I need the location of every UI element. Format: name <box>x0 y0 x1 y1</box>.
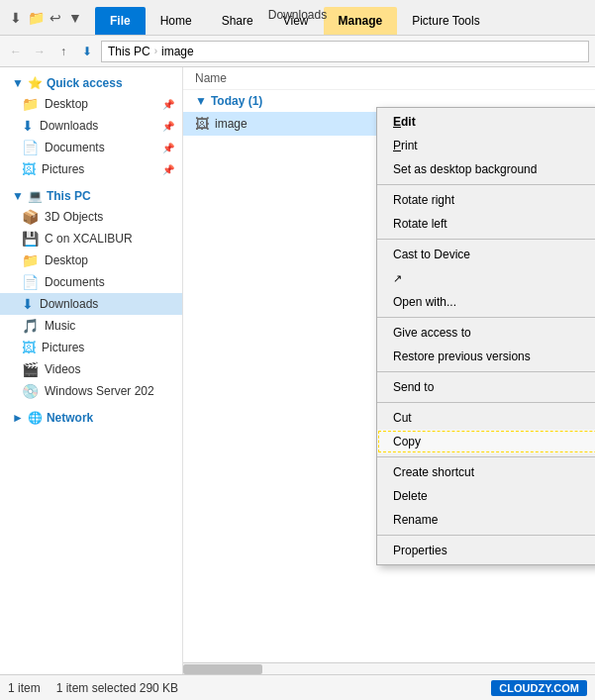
sidebar-item-label: Downloads <box>40 119 98 133</box>
computer-icon: 💻 <box>28 189 43 203</box>
quick-access-icon[interactable]: ⬇ <box>8 10 24 26</box>
ctx-give-access-label: Give access to <box>393 326 471 340</box>
ctx-set-desktop-label: Set as desktop background <box>393 162 537 176</box>
sidebar-item-label: Pictures <box>42 162 84 176</box>
ctx-print-label: Print <box>393 139 418 152</box>
up-button[interactable]: ↑ <box>53 42 73 61</box>
sidebar-item-label: Windows Server 202 <box>45 384 154 398</box>
path-downloads[interactable]: image <box>161 45 194 58</box>
3dobjects-icon: 📦 <box>22 209 39 225</box>
ctx-separator-3 <box>377 317 595 318</box>
ctx-restore-versions[interactable]: Restore previous versions <box>377 345 595 368</box>
ctx-open-with-label: Open with... <box>393 295 456 309</box>
sidebar-item-windows-server[interactable]: 💿 Windows Server 202 <box>0 380 182 402</box>
folder-icon: 📁 <box>22 252 39 268</box>
sidebar-item-desktop-quick[interactable]: 📁 Desktop 📌 <box>0 93 182 115</box>
title-bar-icons: ⬇ 📁 ↩ ▼ <box>8 10 83 26</box>
tab-home[interactable]: Home <box>146 7 207 35</box>
ctx-properties[interactable]: Properties <box>377 539 595 562</box>
scrollbar-thumb[interactable] <box>183 664 262 674</box>
ctx-send-to[interactable]: Send to › <box>377 375 595 399</box>
ctx-separator-1 <box>377 184 595 185</box>
tab-picture-tools[interactable]: Picture Tools <box>397 7 494 35</box>
forward-button[interactable]: → <box>30 42 50 61</box>
ctx-delete-label: Delete <box>393 489 428 503</box>
tab-share[interactable]: Share <box>207 7 268 35</box>
sidebar-section-network[interactable]: ► 🌐 Network <box>0 408 182 428</box>
context-menu: Edit Print Set as desktop background Rot… <box>376 107 595 565</box>
chevron-icon: ► <box>12 411 24 425</box>
ctx-cut[interactable]: Cut <box>377 406 595 430</box>
ctx-give-access[interactable]: Give access to › <box>377 321 595 345</box>
customize-icon[interactable]: ▼ <box>67 10 83 26</box>
chevron-icon: ▼ <box>12 76 24 90</box>
music-icon: 🎵 <box>22 318 39 334</box>
sidebar-item-label: 3D Objects <box>45 210 103 224</box>
sidebar-item-pictures-pc[interactable]: 🖼 Pictures <box>0 337 182 358</box>
sidebar-item-pictures-quick[interactable]: 🖼 Pictures 📌 <box>0 158 182 180</box>
path-arrow-1: › <box>154 46 157 56</box>
window-title: Downloads <box>268 8 327 22</box>
undo-icon[interactable]: ↩ <box>48 10 63 26</box>
ctx-rename[interactable]: Rename <box>377 508 595 532</box>
sidebar-item-downloads-quick[interactable]: ⬇ Downloads 📌 <box>0 115 182 137</box>
pin-icon: 📌 <box>162 121 174 132</box>
ctx-separator-4 <box>377 371 595 372</box>
network-label: Network <box>47 411 93 425</box>
ctx-copy[interactable]: Copy <box>377 430 595 453</box>
ctx-rotate-right-label: Rotate right <box>393 193 454 207</box>
sidebar-item-documents-pc[interactable]: 📄 Documents <box>0 271 182 293</box>
ctx-edit-label: Edit <box>393 115 416 129</box>
ctx-edit[interactable]: Edit <box>377 110 595 134</box>
sidebar-item-music[interactable]: 🎵 Music <box>0 315 182 337</box>
sidebar-item-c-drive[interactable]: 💾 C on XCALIBUR <box>0 228 182 250</box>
address-path[interactable]: This PC › image <box>101 41 589 62</box>
tab-file[interactable]: File <box>95 7 146 35</box>
sidebar-item-label: Desktop <box>45 97 88 111</box>
documents-icon: 📄 <box>22 140 39 155</box>
chevron-icon: ▼ <box>12 189 24 203</box>
status-item-count: 1 item <box>8 681 41 695</box>
ctx-separator-6 <box>377 456 595 457</box>
ctx-create-shortcut[interactable]: Create shortcut <box>377 460 595 484</box>
sidebar-section-quick-access[interactable]: ▼ ⭐ Quick access <box>0 73 182 93</box>
sidebar-section-this-pc[interactable]: ▼ 💻 This PC <box>0 186 182 206</box>
sidebar-item-desktop-pc[interactable]: 📁 Desktop <box>0 250 182 271</box>
ctx-rotate-right[interactable]: Rotate right <box>377 188 595 212</box>
ctx-share-icon: ↗ <box>393 272 402 285</box>
ctx-copy-label: Copy <box>393 435 421 449</box>
back-button[interactable]: ← <box>6 42 26 61</box>
title-bar: ⬇ 📁 ↩ ▼ File Home Share View Manage Pict… <box>0 0 595 36</box>
ctx-cast[interactable]: Cast to Device › <box>377 243 595 266</box>
ctx-print[interactable]: Print <box>377 134 595 157</box>
ctx-share[interactable]: ↗ Share <box>377 266 595 290</box>
ctx-separator-7 <box>377 535 595 536</box>
content-area: Name ▼ Today (1) 🖼 image Edit Print Set … <box>183 67 595 674</box>
disc-icon: 💿 <box>22 383 39 399</box>
sidebar-item-3dobjects[interactable]: 📦 3D Objects <box>0 206 182 228</box>
sidebar-item-label: Documents <box>45 141 105 154</box>
status-selected: 1 item selected 290 KB <box>56 681 178 695</box>
pin-icon: 📌 <box>162 143 174 153</box>
ctx-rotate-left[interactable]: Rotate left <box>377 212 595 236</box>
sidebar-item-label: Documents <box>45 275 105 289</box>
folder-icon[interactable]: 📁 <box>28 10 44 26</box>
videos-icon: 🎬 <box>22 361 39 377</box>
ctx-set-desktop[interactable]: Set as desktop background <box>377 157 595 181</box>
ctx-open-with[interactable]: Open with... <box>377 290 595 314</box>
pictures-icon: 🖼 <box>22 161 36 177</box>
ctx-cast-label: Cast to Device <box>393 248 470 261</box>
download-icon: ⬇ <box>22 118 34 134</box>
horizontal-scrollbar[interactable] <box>183 662 595 674</box>
path-this-pc[interactable]: This PC <box>108 45 150 58</box>
sidebar-item-downloads-pc[interactable]: ⬇ Downloads <box>0 293 182 315</box>
group-label: Today (1) <box>211 94 262 108</box>
sidebar-item-documents-quick[interactable]: 📄 Documents 📌 <box>0 137 182 158</box>
status-bar: 1 item 1 item selected 290 KB CLOUDZY.CO… <box>0 674 595 700</box>
sidebar-item-videos[interactable]: 🎬 Videos <box>0 358 182 380</box>
ctx-create-shortcut-label: Create shortcut <box>393 465 474 479</box>
drive-icon: 💾 <box>22 231 39 247</box>
ctx-delete[interactable]: Delete <box>377 484 595 508</box>
tab-manage[interactable]: Manage <box>324 7 398 35</box>
sidebar-item-label: Desktop <box>45 253 88 267</box>
